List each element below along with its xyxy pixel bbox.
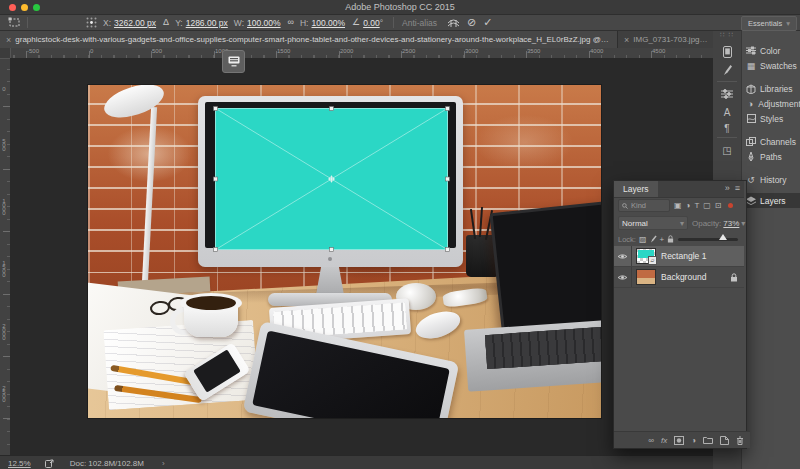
chevron-down-icon: ▾ bbox=[741, 219, 745, 228]
filter-type-icon[interactable]: T bbox=[694, 201, 699, 210]
anti-alias-label: Anti-alias bbox=[402, 18, 437, 28]
angle-icon: ∠ bbox=[352, 18, 360, 27]
dock-item-history[interactable]: ↺History bbox=[741, 172, 800, 187]
dock-item-libraries[interactable]: Libraries bbox=[741, 81, 800, 96]
dock-handle[interactable]: ∷ ∷ bbox=[713, 31, 741, 39]
visibility-toggle[interactable] bbox=[614, 246, 632, 266]
filter-kind-select[interactable]: Kind bbox=[618, 199, 670, 212]
layer-filter-row: Kind ▣ ◑ T ▢ ⊡ bbox=[614, 197, 748, 214]
lock-all-icon[interactable] bbox=[667, 235, 674, 243]
x-label: X: bbox=[103, 18, 111, 28]
chevron-down-icon: ▾ bbox=[680, 219, 684, 228]
eye-icon bbox=[617, 253, 628, 260]
filter-pixel-icon[interactable]: ▣ bbox=[674, 201, 682, 210]
status-bar: 12.5% Doc: 102.8M/102.8M › bbox=[0, 455, 713, 469]
blend-mode-row: Normal ▾ Opacity: 73% ▾ bbox=[614, 214, 748, 232]
layer-thumbnail[interactable]: ▱ bbox=[636, 248, 656, 264]
filter-smart-object-icon[interactable]: ⊡ bbox=[715, 201, 722, 210]
cancel-transform-button[interactable]: ⊘ bbox=[467, 18, 476, 27]
w-label: W: bbox=[234, 18, 244, 28]
tab-document-1[interactable]: × graphicstock-desk-with-various-gadgets… bbox=[0, 31, 618, 48]
tab-label: graphicstock-desk-with-various-gadgets-a… bbox=[15, 35, 611, 44]
commit-transform-button[interactable]: ✓ bbox=[483, 18, 492, 27]
panel-menu-icon[interactable]: ≡ bbox=[735, 183, 740, 193]
dock-item-paths[interactable]: Paths bbox=[741, 149, 800, 164]
dock-item-swatches[interactable]: ▦Swatches bbox=[741, 58, 800, 73]
options-bar: X: 3262.00 px Δ Y: 1286.00 px W: 100.00%… bbox=[0, 15, 800, 31]
opacity-control[interactable]: Opacity: 73% ▾ bbox=[692, 219, 745, 228]
new-group-icon[interactable] bbox=[703, 436, 713, 444]
document-size-readout: Doc: 102.8M/102.8M bbox=[70, 459, 144, 468]
filter-shape-icon[interactable]: ▢ bbox=[703, 201, 711, 210]
collapse-panel-icon[interactable]: » bbox=[725, 183, 730, 193]
pasteboard[interactable] bbox=[10, 58, 713, 455]
layer-style-icon[interactable]: fx bbox=[661, 436, 667, 445]
canvas-area: -5000 5001000 15002000 25003000 35004000… bbox=[0, 48, 713, 455]
tab-document-2[interactable]: × IMG_0731-703.jpg… bbox=[618, 31, 721, 48]
visibility-toggle[interactable] bbox=[614, 267, 632, 287]
eye-icon bbox=[617, 274, 628, 281]
blend-mode-select[interactable]: Normal ▾ bbox=[618, 216, 688, 230]
search-icon bbox=[622, 203, 628, 209]
photoshop-window: Adobe Photoshop CC 2015 X: 3262.00 px Δ … bbox=[0, 0, 800, 469]
layers-panel-header: Layers » ≡ bbox=[614, 181, 744, 198]
dock-item-adjustments[interactable]: ◑Adjustments bbox=[741, 96, 800, 111]
3d-panel-icon[interactable]: ◳ bbox=[719, 143, 735, 157]
clone-source-panel-icon[interactable] bbox=[719, 87, 735, 101]
filter-adjustment-icon[interactable]: ◑ bbox=[686, 201, 691, 210]
free-transform-overlay[interactable] bbox=[88, 85, 601, 418]
history-panel-icon: ↺ bbox=[746, 175, 756, 185]
relative-position-button[interactable]: Δ bbox=[163, 18, 169, 27]
opacity-slider[interactable] bbox=[678, 238, 738, 241]
new-layer-icon[interactable] bbox=[720, 436, 729, 445]
floating-widget[interactable] bbox=[222, 50, 245, 73]
adjustment-layer-icon[interactable]: ◑ bbox=[691, 436, 696, 445]
dock-item-color[interactable]: Color bbox=[741, 43, 800, 58]
reference-point-icon[interactable] bbox=[86, 17, 97, 28]
divider bbox=[27, 17, 28, 28]
zoom-level-field[interactable]: 12.5% bbox=[8, 459, 31, 468]
warp-mode-icon[interactable] bbox=[447, 17, 460, 28]
title-bar: Adobe Photoshop CC 2015 bbox=[0, 0, 800, 15]
device-preview-panel-icon[interactable] bbox=[719, 45, 735, 59]
lock-row: Lock: ▨ + bbox=[614, 232, 748, 246]
paragraph-panel-icon[interactable]: ¶ bbox=[719, 121, 735, 135]
link-dimensions-icon[interactable]: ∞ bbox=[288, 18, 294, 27]
dock-item-channels[interactable]: Channels bbox=[741, 134, 800, 149]
layer-thumbnail[interactable] bbox=[636, 269, 656, 285]
h-value-field[interactable]: 100.00% bbox=[311, 18, 345, 28]
link-layers-icon[interactable]: ∞ bbox=[648, 436, 654, 445]
device-preview-icon[interactable] bbox=[45, 459, 54, 468]
paths-panel-icon bbox=[746, 152, 756, 162]
tab-label: IMG_0731-703.jpg… bbox=[633, 35, 707, 44]
angle-value-field[interactable]: 0.00 bbox=[363, 18, 380, 28]
transform-tool-icon[interactable] bbox=[8, 17, 21, 28]
lock-transparency-icon[interactable]: ▨ bbox=[639, 235, 647, 244]
filter-toggle[interactable] bbox=[728, 203, 733, 208]
layer-row-background[interactable]: Background bbox=[614, 267, 744, 288]
x-value-field[interactable]: 3262.00 px bbox=[114, 18, 156, 28]
chevron-right-icon[interactable]: › bbox=[162, 459, 165, 468]
h-label: H: bbox=[300, 18, 309, 28]
canvas-photo[interactable] bbox=[88, 85, 601, 418]
layer-row-rectangle-1[interactable]: ▱ Rectangle 1 bbox=[614, 246, 744, 267]
dock-item-layers[interactable]: Layers bbox=[741, 193, 800, 208]
lock-pixels-icon[interactable] bbox=[650, 235, 657, 243]
lock-position-icon[interactable]: + bbox=[660, 235, 665, 244]
dock-item-styles[interactable]: Styles bbox=[741, 111, 800, 126]
w-value-field[interactable]: 100.00% bbox=[247, 18, 281, 28]
character-panel-icon[interactable]: A bbox=[719, 105, 735, 119]
close-icon[interactable]: × bbox=[624, 35, 629, 45]
transform-center-point bbox=[328, 176, 335, 183]
chevron-down-icon: ▾ bbox=[786, 19, 790, 28]
opacity-slider-thumb[interactable] bbox=[719, 234, 727, 240]
degree-sign: ° bbox=[380, 18, 383, 28]
y-value-field[interactable]: 1286.00 px bbox=[186, 18, 228, 28]
workspace-switcher[interactable]: Essentials▾ bbox=[741, 16, 797, 31]
lock-icon bbox=[730, 273, 738, 282]
delete-layer-icon[interactable] bbox=[736, 436, 744, 445]
layers-panel-tab[interactable]: Layers bbox=[614, 181, 658, 197]
close-icon[interactable]: × bbox=[6, 35, 11, 45]
brush-settings-panel-icon[interactable] bbox=[719, 63, 735, 77]
layer-mask-icon[interactable] bbox=[674, 436, 684, 445]
